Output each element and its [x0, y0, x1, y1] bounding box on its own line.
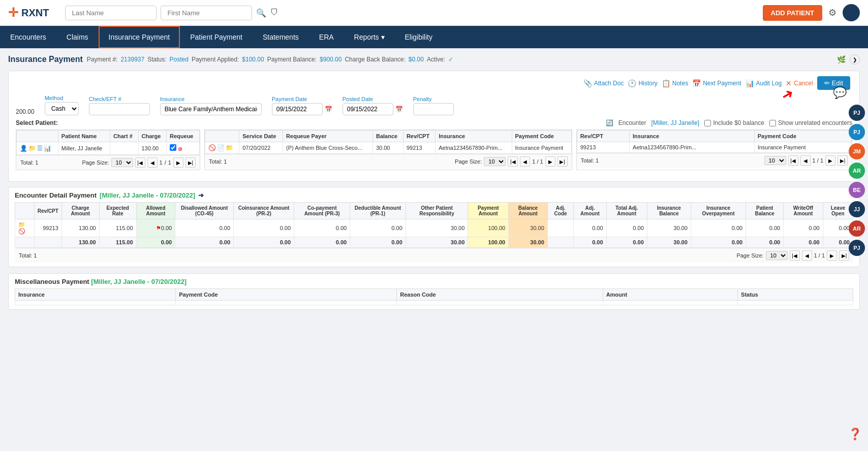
d-adj-code [547, 219, 574, 237]
next-page-btn[interactable]: ▶ [173, 157, 183, 168]
table-row: 👤 📁 ☰ 📊 Miller, JJ Janelle 130.00 [17, 142, 200, 155]
nav-item-reports[interactable]: Reports ▾ [344, 26, 395, 48]
right-table-footer: Total: 1 10 |◀ ◀ 1 / 1 ▶ ▶| [577, 153, 852, 168]
page-size-select[interactable]: 10 [111, 158, 133, 167]
enc-first-btn[interactable]: |◀ [508, 156, 518, 167]
side-avatar-jm[interactable]: JM [849, 143, 865, 159]
right-page-size[interactable]: 10 [764, 156, 786, 165]
nav-item-patient-payment[interactable]: Patient Payment [180, 26, 253, 48]
penalty-group: Penalty [413, 96, 454, 115]
nav-item-claims[interactable]: Claims [56, 26, 99, 48]
penalty-label: Penalty [413, 96, 454, 102]
block2-icon[interactable]: 🚫 [18, 228, 25, 234]
calendar-icon[interactable]: 📅 [325, 106, 332, 113]
nav-item-eligibility[interactable]: Eligibility [395, 26, 443, 48]
side-avatar-pj3[interactable]: PJ [849, 240, 865, 256]
requeue-cell: ⊗ [167, 142, 200, 155]
r-payment-code: Insurance Payment [754, 142, 851, 153]
d-first-btn[interactable]: |◀ [790, 250, 800, 261]
right-next-btn[interactable]: ▶ [825, 155, 835, 166]
dh-deductible: Deductible Amount (PR-1) [350, 203, 406, 219]
dt-balance: 30.00 [509, 237, 548, 248]
payment-applied-label: Payment Applied: [192, 56, 239, 63]
requeue-checkbox[interactable] [170, 144, 176, 151]
nav-item-statements[interactable]: Statements [253, 26, 309, 48]
next-payment-button[interactable]: 📅 Next Payment [692, 79, 741, 87]
check-eft-input[interactable] [89, 103, 150, 115]
penalty-input[interactable] [413, 103, 454, 115]
side-avatar-ar1[interactable]: AR [849, 163, 865, 179]
enc-page-size[interactable]: 10 [484, 157, 506, 166]
notes-button[interactable]: 📋 Notes [662, 79, 688, 87]
search-icon[interactable]: 🔍 [256, 8, 266, 18]
include-zero-label[interactable]: Include $0 balance [704, 119, 764, 126]
first-page-btn[interactable]: |◀ [135, 157, 145, 168]
page-size-label: Page Size: [82, 159, 109, 166]
side-avatar-ar2[interactable]: AR [849, 220, 865, 237]
list-icon[interactable]: ☰ [37, 145, 43, 152]
dt-ins-balance: 30.00 [647, 237, 691, 248]
nav-item-encounters[interactable]: Encounters [0, 26, 56, 48]
leaf-icon: 🌿 [837, 55, 846, 63]
remove-icon[interactable]: ⊗ [178, 146, 182, 152]
search-lastname-input[interactable] [65, 6, 157, 20]
mh-reason-code: Reason Code [397, 289, 603, 301]
misc-ins [15, 301, 176, 305]
folder-icon[interactable]: 📁 [226, 144, 233, 151]
table-row: 🚫 📄 📁 07/20/2022 (P) Anthem Blue Cross-S… [205, 142, 571, 154]
audit-log-button[interactable]: 📊 Audit Log [746, 79, 782, 87]
cancel-button[interactable]: ✕ Cancel [786, 79, 813, 87]
side-avatar-pj1[interactable]: PJ [849, 105, 865, 121]
chart-icon[interactable]: 📊 [44, 145, 51, 152]
payment-date-input[interactable] [272, 103, 323, 115]
dt-icons [15, 237, 35, 248]
col-rev-cpt: Rev/CPT [403, 131, 435, 142]
enc-prev-btn[interactable]: ◀ [520, 156, 530, 167]
d-rev-cpt: 99213 [34, 219, 61, 237]
posted-date-input[interactable] [343, 103, 393, 115]
nav-item-insurance-payment[interactable]: Insurance Payment [99, 26, 180, 48]
nav-item-era[interactable]: ERA [309, 26, 344, 48]
folder2-icon[interactable]: 📁 [18, 221, 25, 228]
enc-last-btn[interactable]: ▶| [557, 156, 568, 167]
show-unrelated-label[interactable]: Show unrelated encounters [769, 119, 852, 126]
add-patient-button[interactable]: ADD PATIENT [763, 5, 822, 21]
collapse-button[interactable]: ❯ [850, 54, 860, 65]
enc-next-btn[interactable]: ▶ [545, 156, 555, 167]
chat-icon[interactable]: 💬 [833, 86, 847, 99]
right-prev-btn[interactable]: ◀ [800, 155, 811, 166]
block-icon[interactable]: 🚫 [208, 144, 216, 151]
show-unrelated-checkbox[interactable] [769, 120, 776, 126]
history-icon: 🕐 [628, 79, 636, 87]
right-pagination: 10 |◀ ◀ 1 / 1 ▶ ▶| [764, 155, 848, 166]
d-total-adj: 0.00 [606, 219, 647, 237]
col-right-rev-cpt: Rev/CPT [577, 131, 629, 142]
last-page-btn[interactable]: ▶| [185, 157, 196, 168]
search-firstname-input[interactable] [161, 6, 252, 20]
file2-icon[interactable]: 📄 [217, 144, 225, 151]
attach-doc-button[interactable]: 📎 Attach Doc [583, 79, 624, 87]
charge-cell: 130.00 [138, 142, 167, 155]
filter-icon[interactable]: ⛉ [270, 8, 278, 17]
gear-icon[interactable]: ⚙ [828, 7, 836, 18]
d-next-btn[interactable]: ▶ [827, 250, 837, 261]
misc-empty-row [15, 301, 853, 305]
right-first-btn[interactable]: |◀ [788, 155, 798, 166]
side-avatar-pj2[interactable]: PJ [849, 124, 865, 140]
insurance-input[interactable] [160, 103, 262, 115]
d-coinsurance: 0.00 [234, 219, 294, 237]
refresh-icon[interactable]: 🔄 [606, 119, 613, 126]
calendar2-icon[interactable]: 📅 [395, 106, 403, 113]
detail-page-size[interactable]: 10 [766, 251, 788, 260]
prev-page-btn[interactable]: ◀ [147, 157, 158, 168]
patients-table-footer: Total: 1 Page Size: 10 |◀ ◀ 1 / 1 ▶ ▶| [16, 155, 200, 170]
history-button[interactable]: 🕐 History [628, 79, 657, 87]
method-select[interactable]: Cash [45, 102, 79, 115]
include-zero-checkbox[interactable] [704, 120, 711, 126]
side-avatar-jj[interactable]: JJ [849, 201, 865, 217]
person-icon[interactable]: 👤 [20, 145, 27, 152]
detail-table: Rev/CPT Charge Amount Expected Rate Allo… [15, 202, 853, 248]
side-avatar-be[interactable]: BE [849, 182, 865, 198]
file-icon[interactable]: 📁 [28, 145, 36, 152]
d-prev-btn[interactable]: ◀ [802, 250, 812, 261]
